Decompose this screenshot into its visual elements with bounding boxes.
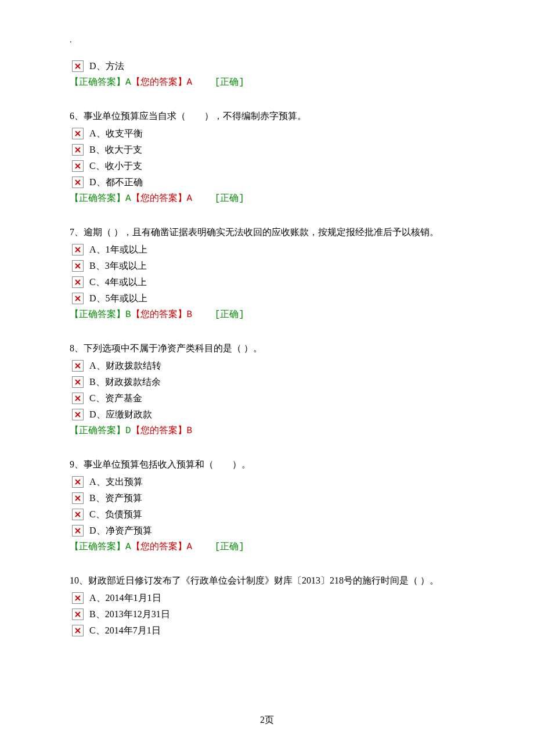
- q10-option-a: A、2014年1月1日: [72, 591, 464, 605]
- broken-image-icon: [72, 592, 84, 604]
- top-dot: .: [70, 34, 72, 46]
- option-text: B、资产预算: [89, 491, 142, 505]
- q9-answer: 【正确答案】A【您的答案】A [正确]: [70, 540, 464, 554]
- answer-status: [正确]: [215, 77, 244, 88]
- q8-option-b: B、财政拨款结余: [72, 375, 464, 389]
- question-10: 10、财政部近日修订发布了《行政单位会计制度》财库〔2013〕218号的施行时间…: [70, 574, 464, 638]
- your-answer-label: 【您的答案】: [131, 77, 187, 88]
- correct-answer-value: D: [125, 426, 131, 436]
- broken-image-icon: [72, 360, 84, 372]
- question-7: 7、逾期（ ），且有确凿证据表明确实无法收回的应收账款，按规定报经批准后予以核销…: [70, 225, 464, 322]
- option-text: A、支出预算: [89, 475, 143, 489]
- option-text: A、收支平衡: [89, 127, 143, 141]
- q8-option-c: C、资产基金: [72, 391, 464, 405]
- broken-image-icon: [72, 609, 84, 620]
- correct-answer-value: B: [125, 309, 131, 320]
- your-answer-label: 【您的答案】: [131, 542, 187, 552]
- page-footer: 2页: [70, 713, 464, 727]
- correct-answer-value: A: [125, 542, 131, 552]
- document-page: . D、方法 【正确答案】A【您的答案】A [正确] 6、事业单位预算应当自求（…: [0, 0, 534, 756]
- broken-image-icon: [72, 293, 84, 304]
- q9-option-d: D、净资产预算: [72, 524, 464, 538]
- option-text: A、2014年1月1日: [89, 591, 161, 605]
- q8-answer: 【正确答案】D【您的答案】B: [70, 424, 464, 438]
- your-answer-value: A: [187, 193, 193, 204]
- your-answer-value: B: [187, 426, 193, 436]
- broken-image-icon: [72, 177, 84, 188]
- option-text: C、收小于支: [89, 159, 142, 173]
- correct-answer-label: 【正确答案】: [70, 77, 125, 88]
- q9-option-b: B、资产预算: [72, 491, 464, 505]
- your-answer-label: 【您的答案】: [131, 426, 187, 436]
- option-text: D、应缴财政款: [89, 408, 152, 422]
- q9-option-c: C、负债预算: [72, 507, 464, 521]
- q5-option-d: D、方法: [72, 59, 464, 73]
- question-9: 9、事业单位预算包括收入预算和（ ）。 A、支出预算 B、资产预算 C、负债预算…: [70, 458, 464, 554]
- option-text: B、3年或以上: [89, 259, 147, 273]
- question-text: 8、下列选项中不属于净资产类科目的是（ ）。: [70, 341, 464, 355]
- correct-answer-value: A: [125, 193, 131, 204]
- q6-answer: 【正确答案】A【您的答案】A [正确]: [70, 192, 464, 206]
- broken-image-icon: [72, 276, 84, 288]
- q7-answer: 【正确答案】B【您的答案】B [正确]: [70, 308, 464, 322]
- option-text: C、资产基金: [89, 391, 142, 405]
- your-answer-label: 【您的答案】: [131, 309, 187, 320]
- option-text: B、收大于支: [89, 143, 142, 157]
- broken-image-icon: [72, 625, 84, 636]
- option-text: C、负债预算: [89, 507, 142, 521]
- q7-option-d: D、5年或以上: [72, 291, 464, 305]
- broken-image-icon: [72, 260, 84, 272]
- broken-image-icon: [72, 492, 84, 504]
- your-answer-value: B: [187, 309, 193, 320]
- q8-option-a: A、财政拨款结转: [72, 359, 464, 373]
- question-8: 8、下列选项中不属于净资产类科目的是（ ）。 A、财政拨款结转 B、财政拨款结余…: [70, 341, 464, 438]
- q6-option-a: A、收支平衡: [72, 127, 464, 141]
- broken-image-icon: [72, 476, 84, 488]
- broken-image-icon: [72, 393, 84, 404]
- your-answer-value: A: [187, 542, 193, 552]
- question-6: 6、事业单位预算应当自求（ ），不得编制赤字预算。 A、收支平衡 B、收大于支 …: [70, 109, 464, 206]
- option-text: C、2014年7月1日: [89, 624, 161, 638]
- question-text: 9、事业单位预算包括收入预算和（ ）。: [70, 458, 464, 471]
- correct-answer-value: A: [125, 77, 131, 88]
- option-text: A、财政拨款结转: [89, 359, 161, 373]
- broken-image-icon: [72, 525, 84, 537]
- question-text: 7、逾期（ ），且有确凿证据表明确实无法收回的应收账款，按规定报经批准后予以核销…: [70, 225, 464, 239]
- correct-answer-label: 【正确答案】: [70, 426, 125, 436]
- q10-option-c: C、2014年7月1日: [72, 624, 464, 638]
- correct-answer-label: 【正确答案】: [70, 309, 125, 320]
- q6-option-d: D、都不正确: [72, 175, 464, 189]
- your-answer-value: A: [187, 77, 193, 88]
- q7-option-b: B、3年或以上: [72, 259, 464, 273]
- question-text: 10、财政部近日修订发布了《行政单位会计制度》财库〔2013〕218号的施行时间…: [70, 574, 464, 588]
- correct-answer-label: 【正确答案】: [70, 193, 125, 204]
- q5-answer: 【正确答案】A【您的答案】A [正确]: [70, 75, 464, 89]
- q8-option-d: D、应缴财政款: [72, 408, 464, 422]
- broken-image-icon: [72, 376, 84, 388]
- broken-image-icon: [72, 144, 84, 156]
- option-text: D、5年或以上: [89, 291, 147, 305]
- question-text: 6、事业单位预算应当自求（ ），不得编制赤字预算。: [70, 109, 464, 123]
- option-text: B、2013年12月31日: [89, 607, 170, 621]
- option-text: C、4年或以上: [89, 275, 147, 289]
- correct-answer-label: 【正确答案】: [70, 542, 125, 552]
- broken-image-icon: [72, 409, 84, 420]
- your-answer-label: 【您的答案】: [131, 193, 187, 204]
- broken-image-icon: [72, 60, 84, 72]
- option-text: B、财政拨款结余: [89, 375, 161, 389]
- broken-image-icon: [72, 160, 84, 172]
- q10-option-b: B、2013年12月31日: [72, 607, 464, 621]
- answer-status: [正确]: [215, 309, 244, 320]
- broken-image-icon: [72, 128, 84, 139]
- answer-status: [正确]: [215, 542, 244, 552]
- q7-option-c: C、4年或以上: [72, 275, 464, 289]
- option-text: D、方法: [89, 59, 124, 73]
- option-text: D、净资产预算: [89, 524, 152, 538]
- q6-option-c: C、收小于支: [72, 159, 464, 173]
- answer-status: [正确]: [215, 193, 244, 204]
- broken-image-icon: [72, 244, 84, 255]
- option-text: A、1年或以上: [89, 243, 147, 257]
- q7-option-a: A、1年或以上: [72, 243, 464, 257]
- q9-option-a: A、支出预算: [72, 475, 464, 489]
- q6-option-b: B、收大于支: [72, 143, 464, 157]
